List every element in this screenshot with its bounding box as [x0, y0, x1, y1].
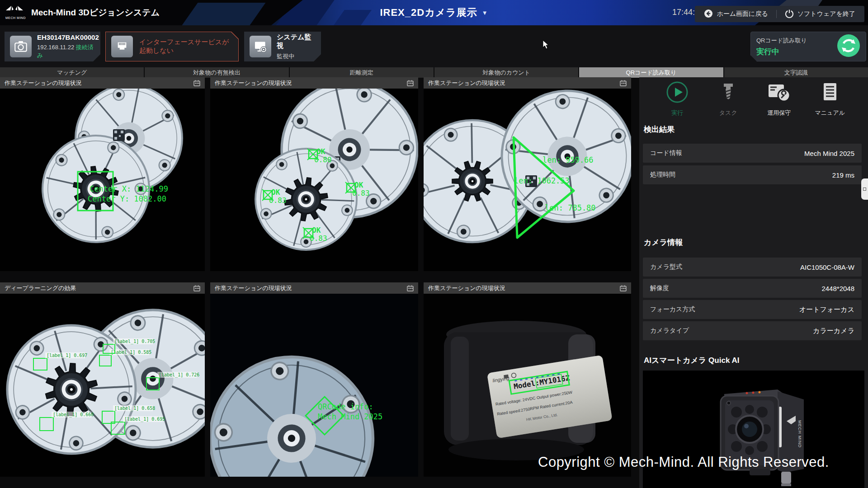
camera-info-row-1: 解像度2448*2048 [643, 279, 862, 298]
panel-header-5: 作業ステーションの現場状況 [424, 282, 631, 294]
camera-feed-4: QRCode info:Mech Mind 2025 [210, 294, 418, 477]
calendar-icon[interactable] [407, 80, 414, 86]
home-button[interactable]: ホーム画面に戻る [701, 9, 770, 20]
row-value: 219 ms [832, 171, 854, 179]
tab-0[interactable]: マッチング [0, 67, 144, 78]
interface-warning-card[interactable]: インターフェースサービスが起動しない [105, 32, 239, 61]
ai-camera-title: AIスマートカメラ Quick AI [644, 355, 739, 366]
system-monitor-card[interactable]: システム監視 監視中 [244, 32, 321, 61]
svg-text:[label_1] 0.705: [label_1] 0.705 [114, 339, 155, 344]
svg-text:Mech Mind 2025: Mech Mind 2025 [318, 412, 382, 421]
logo-caption: MECH MIND [5, 16, 26, 19]
tab-5[interactable]: 文字認識 [724, 67, 868, 78]
task-icon [717, 81, 740, 105]
monitor-title: システム監視 [277, 33, 316, 50]
mech-mind-logo: MECH MIND [5, 5, 26, 19]
svg-text:OK: OK [271, 188, 280, 197]
side-flyout-tab[interactable] [861, 178, 868, 200]
home-button-label: ホーム画面に戻る [717, 10, 768, 18]
detection-row-0: コード情報Mech Mind 2025 [643, 144, 862, 163]
svg-text:OK: OK [312, 226, 321, 235]
svg-text:MECH MIND: MECH MIND [797, 420, 802, 448]
monitor-status: 監視中 [277, 52, 316, 61]
svg-text:0.83: 0.83 [269, 196, 287, 205]
qr-code-mark [113, 129, 125, 141]
camera-status-card[interactable]: EH30147BAK00002 192.168.11.22 接続済み [5, 32, 100, 61]
row-value: カラーカメラ [813, 327, 854, 335]
svg-text:len: 1062.53: len: 1062.53 [514, 176, 570, 185]
action-3[interactable]: マニュアル [810, 81, 850, 124]
logo-area: MECH MIND Mech-Mind 3Dビジョンシステム [5, 5, 160, 19]
calendar-icon[interactable] [620, 80, 627, 86]
calendar-icon[interactable] [193, 80, 200, 86]
action-1[interactable]: タスク [708, 81, 749, 124]
ethernet-icon [111, 36, 133, 57]
play-icon [666, 81, 689, 105]
exit-software-button[interactable]: ソフトウェアを終了 [782, 9, 858, 20]
tab-1[interactable]: 対象物の有無検出 [145, 67, 288, 78]
row-label: フォーカス方式 [650, 305, 695, 314]
manual-icon [819, 81, 841, 105]
divider [776, 10, 777, 18]
action-label: 実行 [671, 109, 683, 117]
exit-button-label: ソフトウェアを終了 [797, 10, 855, 18]
function-tabs: マッチング対象物の有無検出距離測定対象物のカウントQRコード読み取り文字認識 [0, 67, 868, 78]
page-title: IREX_2Dカメラ展示 [380, 6, 477, 19]
calendar-icon[interactable] [407, 285, 414, 291]
tab-4[interactable]: QRコード読み取り [579, 67, 723, 78]
panel-header-4: 作業ステーションの現場状況 [210, 282, 418, 294]
qr-mini-icon [863, 188, 866, 191]
action-label: タスク [719, 109, 737, 117]
topbar-button-group: ホーム画面に戻る ソフトウェアを終了 [695, 6, 864, 22]
action-0[interactable]: 実行 [657, 81, 698, 124]
svg-text:[label_1] 0.726: [label_1] 0.726 [159, 372, 199, 378]
action-label: マニュアル [815, 109, 845, 117]
row-label: 解像度 [650, 284, 669, 292]
camera-feed-2: len: 959.66len: 1062.53len: 785.80 [424, 89, 631, 271]
camera-icon [10, 36, 32, 57]
qr-read-status-card[interactable]: QRコード読み取り 実行中 [750, 32, 866, 61]
svg-text:[label_1] 0.658: [label_1] 0.658 [114, 406, 155, 411]
svg-text:[label_1] 0.695: [label_1] 0.695 [124, 417, 165, 422]
panel-title: 作業ステーションの現場状況 [428, 284, 505, 292]
row-label: 処理時間 [650, 171, 675, 179]
action-bar: 実行タスク運用保守マニュアル [639, 81, 868, 124]
svg-text:QRCode info:: QRCode info: [318, 402, 373, 411]
tab-3[interactable]: 対象物のカウント [434, 67, 578, 78]
svg-text:[label_1] 0.697: [label_1] 0.697 [47, 353, 87, 358]
chevron-down-icon: ▼ [482, 9, 488, 16]
panel-header-1: 作業ステーションの現場状況 [210, 77, 418, 89]
svg-text:Center X: 1124.99: Center X: 1124.99 [90, 184, 168, 193]
tab-2[interactable]: 距離測定 [290, 67, 434, 78]
svg-text:OK: OK [354, 181, 363, 189]
qr-card-status: 実行中 [756, 47, 807, 57]
camera-feed-3: [label_1] 0.697[label_1] 0.585[label_1] … [0, 294, 205, 477]
row-value: 2448*2048 [821, 285, 854, 292]
monitor-gear-icon [250, 36, 271, 57]
camera-feed-5: lingyingModel:MY1016ZRated voltage: 24VD… [424, 294, 631, 477]
calendar-icon[interactable] [193, 285, 200, 291]
camera-info-row-0: カメラ型式AIC1050C-08A-W [643, 258, 862, 277]
svg-text:0.83: 0.83 [352, 189, 370, 197]
row-value: AIC1050C-08A-W [800, 263, 854, 271]
refresh-icon[interactable] [837, 34, 860, 59]
svg-text:[label_1] 0.660: [label_1] 0.660 [53, 412, 94, 418]
svg-text:[label_1] 0.585: [label_1] 0.585 [111, 350, 151, 355]
panel-title: 作業ステーションの現場状況 [215, 79, 292, 87]
svg-text:len: 959.66: len: 959.66 [542, 155, 594, 164]
svg-text:0.83: 0.83 [310, 234, 327, 243]
camera-info-row-2: フォーカス方式オートフォーカス [643, 300, 862, 319]
mech-mind-app: IREX_2Dカメラ展示 ▼ MECH MIND Mech-Mind 3Dビジョ… [0, 0, 868, 488]
action-label: 運用保守 [767, 109, 791, 117]
calendar-icon[interactable] [620, 285, 627, 291]
panel-title: 作業ステーションの現場状況 [5, 79, 82, 87]
row-label: カメラタイプ [650, 327, 689, 335]
top-bar: IREX_2Dカメラ展示 ▼ MECH MIND Mech-Mind 3Dビジョ… [0, 0, 868, 25]
camera-info-title: カメラ情報 [644, 237, 683, 248]
row-label: カメラ型式 [650, 263, 682, 271]
app-title: Mech-Mind 3Dビジョンシステム [31, 7, 160, 19]
panel-header-0: 作業ステーションの現場状況 [0, 77, 205, 89]
row-label: コード情報 [650, 149, 682, 157]
action-2[interactable]: 運用保守 [759, 81, 799, 124]
svg-text:len: 785.80: len: 785.80 [545, 203, 596, 212]
